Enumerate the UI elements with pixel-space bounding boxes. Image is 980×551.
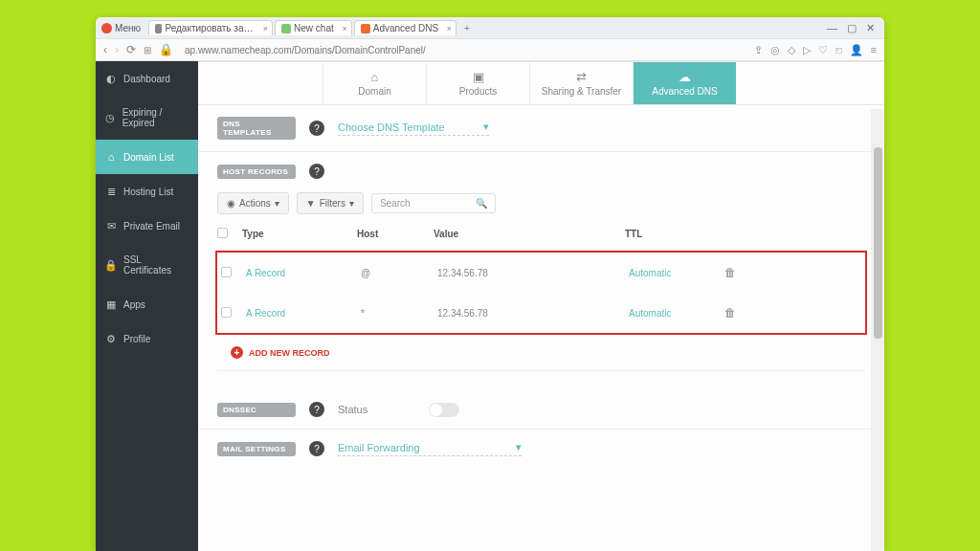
select-all-checkbox[interactable] bbox=[217, 228, 228, 238]
share-icon: ⇄ bbox=[576, 70, 587, 84]
sidebar-item-domain-list[interactable]: ⌂ Domain List bbox=[96, 140, 198, 174]
search-icon: 🔍 bbox=[476, 198, 487, 209]
section-title-pill: DNS TEMPLATES bbox=[217, 117, 296, 140]
row-checkbox[interactable] bbox=[221, 307, 232, 318]
cell-type[interactable]: A Record bbox=[246, 268, 361, 278]
close-window-icon[interactable]: ✕ bbox=[866, 22, 875, 34]
highlighted-records-box: A Record @ 12.34.56.78 Automatic 🗑 A Rec… bbox=[215, 251, 867, 335]
clock-icon: ◷ bbox=[105, 112, 116, 123]
cell-ttl[interactable]: Automatic bbox=[629, 308, 724, 319]
opera-menu-button[interactable]: Меню bbox=[101, 23, 141, 33]
new-tab-button[interactable]: + bbox=[458, 23, 476, 33]
avatar-icon[interactable]: 👤 bbox=[850, 44, 863, 56]
lock-icon: 🔒 bbox=[105, 259, 117, 271]
trash-icon[interactable]: 🗑 bbox=[724, 266, 753, 279]
extension-icon[interactable]: ⇪ bbox=[754, 44, 763, 56]
camera-icon[interactable]: ◎ bbox=[770, 44, 780, 56]
select-label: Email Forwarding bbox=[338, 442, 420, 453]
help-icon[interactable]: ? bbox=[309, 402, 324, 417]
dnssec-toggle[interactable] bbox=[429, 403, 459, 417]
tab-advanced-dns[interactable]: ☁ Advanced DNS bbox=[633, 62, 736, 104]
sidebar-label: Expiring / Expired bbox=[122, 107, 189, 128]
cell-type[interactable]: A Record bbox=[246, 308, 361, 319]
tab-label: Advanced DNS bbox=[373, 23, 438, 33]
tab-label: Редактировать запись "Б… bbox=[165, 23, 255, 33]
table-row[interactable]: A Record @ 12.34.56.78 Automatic 🗑 bbox=[217, 253, 865, 293]
host-records-table: Type Host Value TTL bbox=[217, 228, 865, 251]
sidebar-item-hosting[interactable]: ≣ Hosting List bbox=[96, 174, 198, 209]
toptab-label: Advanced DNS bbox=[652, 86, 717, 97]
toptab-label: Domain bbox=[358, 86, 390, 97]
box-icon: ▣ bbox=[473, 70, 484, 84]
section-dnssec: DNSSEC ? Status bbox=[198, 390, 884, 430]
toptab-label: Products bbox=[459, 86, 497, 97]
tab-domain[interactable]: ⌂ Domain bbox=[323, 62, 426, 104]
sidebar-label: Profile bbox=[123, 334, 150, 344]
gauge-icon: ◐ bbox=[105, 73, 117, 84]
close-icon[interactable]: × bbox=[447, 24, 452, 33]
sidebar-item-profile[interactable]: ⚙ Profile bbox=[96, 321, 198, 356]
browser-tab-active[interactable]: Advanced DNS × bbox=[354, 20, 457, 35]
toptab-label: Sharing & Transfer bbox=[542, 86, 621, 97]
reload-icon[interactable]: ⟳ bbox=[126, 43, 136, 56]
sidebar-item-expiring[interactable]: ◷ Expiring / Expired bbox=[96, 96, 198, 140]
sidebar-item-email[interactable]: ✉ Private Email bbox=[96, 209, 198, 243]
help-icon[interactable]: ? bbox=[309, 441, 324, 456]
browser-tab[interactable]: Редактировать запись "Б… × bbox=[148, 20, 273, 35]
sidebar-item-dashboard[interactable]: ◐ Dashboard bbox=[96, 61, 198, 96]
row-checkbox[interactable] bbox=[221, 267, 232, 277]
col-ttl: TTL bbox=[625, 229, 721, 239]
sidebar-label: Dashboard bbox=[123, 74, 170, 84]
section-host-records: HOST RECORDS ? ◉ Actions ▾ ▼ Filters ▾ bbox=[198, 152, 884, 214]
help-icon[interactable]: ? bbox=[309, 164, 324, 179]
search-input[interactable]: Search 🔍 bbox=[371, 193, 496, 213]
actions-button[interactable]: ◉ Actions ▾ bbox=[217, 192, 289, 214]
heart-icon[interactable]: ♡ bbox=[818, 44, 828, 56]
browser-tab[interactable]: New chat × bbox=[275, 20, 352, 35]
scrollbar[interactable] bbox=[871, 109, 884, 551]
add-record-button[interactable]: + ADD NEW RECORD bbox=[198, 335, 884, 370]
play-icon[interactable]: ▷ bbox=[803, 44, 811, 56]
play-icon: ◉ bbox=[227, 198, 235, 209]
back-icon[interactable]: ‹ bbox=[103, 43, 107, 56]
cell-host[interactable]: * bbox=[361, 308, 437, 319]
cell-ttl[interactable]: Automatic bbox=[629, 268, 724, 278]
url-input[interactable]: ap.www.namecheap.com/Domains/DomainContr… bbox=[181, 45, 746, 55]
sidebar: ◐ Dashboard ◷ Expiring / Expired ⌂ Domai… bbox=[96, 61, 198, 551]
scroll-thumb[interactable] bbox=[874, 147, 882, 339]
cell-host[interactable]: @ bbox=[361, 268, 437, 278]
cube-icon[interactable]: ⏍ bbox=[835, 44, 842, 56]
sidebar-label: Domain List bbox=[123, 152, 174, 163]
col-host: Host bbox=[357, 229, 434, 239]
menu-icon[interactable]: ≡ bbox=[871, 44, 877, 56]
cell-value[interactable]: 12.34.56.78 bbox=[437, 268, 629, 278]
lock-icon: 🔒 bbox=[159, 43, 173, 56]
sidebar-item-apps[interactable]: ▦ Apps bbox=[96, 287, 198, 321]
chevron-down-icon: ▾ bbox=[275, 198, 279, 209]
dns-template-select[interactable]: Choose DNS Template ▾ bbox=[338, 121, 489, 136]
home-icon[interactable]: ⊞ bbox=[144, 45, 151, 55]
table-row[interactable]: A Record * 12.34.56.78 Automatic 🗑 bbox=[217, 293, 865, 333]
cell-value[interactable]: 12.34.56.78 bbox=[437, 308, 629, 319]
maximize-icon[interactable]: ▢ bbox=[847, 22, 857, 34]
opera-icon bbox=[101, 23, 112, 33]
person-icon bbox=[155, 24, 162, 33]
sidebar-item-ssl[interactable]: 🔒 SSL Certificates bbox=[96, 243, 198, 287]
section-title-pill: DNSSEC bbox=[217, 403, 296, 417]
chat-icon bbox=[281, 24, 291, 33]
shield-icon[interactable]: ◇ bbox=[788, 44, 795, 56]
tab-sharing[interactable]: ⇄ Sharing & Transfer bbox=[529, 62, 633, 104]
sidebar-label: Hosting List bbox=[123, 187, 173, 197]
browser-titlebar: Меню Редактировать запись "Б… × New chat… bbox=[96, 17, 884, 38]
trash-icon[interactable]: 🗑 bbox=[724, 306, 753, 320]
help-icon[interactable]: ? bbox=[309, 121, 324, 136]
browser-window: Меню Редактировать запись "Б… × New chat… bbox=[96, 17, 884, 551]
close-icon[interactable]: × bbox=[263, 24, 268, 33]
address-bar: ‹ › ⟳ ⊞ 🔒 ap.www.namecheap.com/Domains/D… bbox=[96, 38, 884, 61]
forward-icon[interactable]: › bbox=[115, 43, 119, 56]
filters-button[interactable]: ▼ Filters ▾ bbox=[297, 192, 364, 214]
tab-products[interactable]: ▣ Products bbox=[426, 62, 529, 104]
minimize-icon[interactable]: — bbox=[827, 22, 837, 34]
close-icon[interactable]: × bbox=[342, 24, 346, 33]
mail-select[interactable]: Email Forwarding ▾ bbox=[338, 441, 522, 456]
